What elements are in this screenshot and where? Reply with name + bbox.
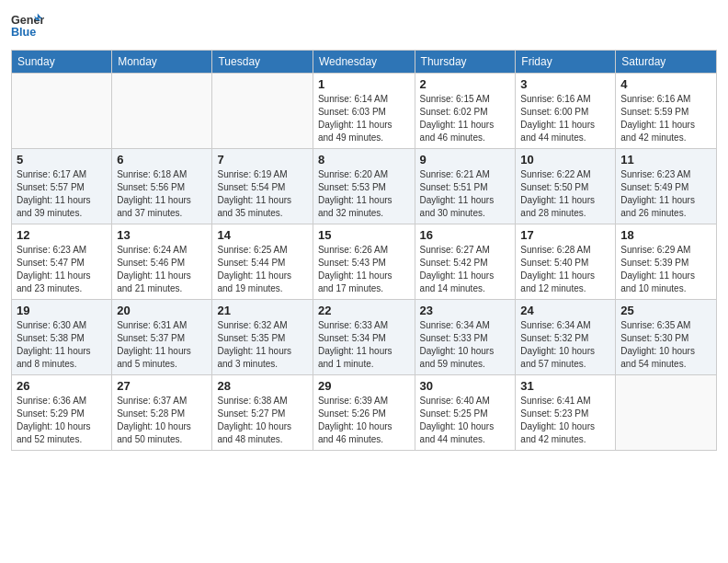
logo-icon: General Blue xyxy=(11,9,44,42)
day-number: 18 xyxy=(620,228,711,242)
calendar-cell: 26Sunrise: 6:36 AMSunset: 5:29 PMDayligh… xyxy=(12,375,112,451)
day-info: Sunrise: 6:31 AMSunset: 5:37 PMDaylight:… xyxy=(117,319,207,371)
day-info: Sunrise: 6:24 AMSunset: 5:46 PMDaylight:… xyxy=(117,244,207,295)
day-number: 21 xyxy=(217,304,307,317)
week-row-2: 5Sunrise: 6:17 AMSunset: 5:57 PMDaylight… xyxy=(12,149,717,224)
calendar-cell xyxy=(616,375,717,451)
calendar-cell: 3Sunrise: 6:16 AMSunset: 6:00 PMDaylight… xyxy=(516,74,616,149)
calendar-cell: 6Sunrise: 6:18 AMSunset: 5:56 PMDaylight… xyxy=(112,149,212,224)
week-row-4: 19Sunrise: 6:30 AMSunset: 5:38 PMDayligh… xyxy=(12,300,717,375)
calendar-cell: 2Sunrise: 6:15 AMSunset: 6:02 PMDaylight… xyxy=(415,74,516,149)
day-number: 15 xyxy=(318,228,410,242)
calendar-cell: 20Sunrise: 6:31 AMSunset: 5:37 PMDayligh… xyxy=(112,300,212,375)
calendar-cell: 23Sunrise: 6:34 AMSunset: 5:33 PMDayligh… xyxy=(415,300,516,375)
calendar-cell: 22Sunrise: 6:33 AMSunset: 5:34 PMDayligh… xyxy=(313,300,415,375)
calendar-cell: 25Sunrise: 6:35 AMSunset: 5:30 PMDayligh… xyxy=(616,300,717,375)
calendar-cell: 28Sunrise: 6:38 AMSunset: 5:27 PMDayligh… xyxy=(212,375,313,451)
day-number: 7 xyxy=(217,153,307,167)
day-number: 14 xyxy=(217,228,307,242)
day-number: 9 xyxy=(420,153,511,167)
day-info: Sunrise: 6:25 AMSunset: 5:44 PMDaylight:… xyxy=(217,244,307,295)
day-info: Sunrise: 6:33 AMSunset: 5:34 PMDaylight:… xyxy=(318,319,410,371)
day-number: 26 xyxy=(17,379,107,393)
calendar-cell: 12Sunrise: 6:23 AMSunset: 5:47 PMDayligh… xyxy=(12,224,112,300)
day-number: 29 xyxy=(318,379,410,393)
day-info: Sunrise: 6:32 AMSunset: 5:35 PMDaylight:… xyxy=(217,319,307,371)
calendar-cell: 9Sunrise: 6:21 AMSunset: 5:51 PMDaylight… xyxy=(415,149,516,224)
day-info: Sunrise: 6:40 AMSunset: 5:25 PMDaylight:… xyxy=(420,395,511,446)
calendar-cell: 8Sunrise: 6:20 AMSunset: 5:53 PMDaylight… xyxy=(313,149,415,224)
day-number: 16 xyxy=(420,228,511,242)
calendar-cell xyxy=(12,74,112,149)
day-number: 13 xyxy=(117,228,207,242)
weekday-header-sunday: Sunday xyxy=(12,51,112,74)
day-info: Sunrise: 6:29 AMSunset: 5:39 PMDaylight:… xyxy=(620,244,711,295)
weekday-header-saturday: Saturday xyxy=(616,51,717,74)
day-number: 3 xyxy=(520,77,610,91)
calendar-cell: 10Sunrise: 6:22 AMSunset: 5:50 PMDayligh… xyxy=(516,149,616,224)
day-number: 20 xyxy=(117,304,207,317)
day-number: 8 xyxy=(318,153,410,167)
calendar-cell: 1Sunrise: 6:14 AMSunset: 6:03 PMDaylight… xyxy=(313,74,415,149)
calendar-cell xyxy=(212,74,313,149)
day-info: Sunrise: 6:34 AMSunset: 5:33 PMDaylight:… xyxy=(420,319,511,371)
day-info: Sunrise: 6:37 AMSunset: 5:28 PMDaylight:… xyxy=(117,395,207,446)
day-number: 12 xyxy=(17,228,107,242)
calendar-table: SundayMondayTuesdayWednesdayThursdayFrid… xyxy=(11,50,717,451)
calendar-cell: 13Sunrise: 6:24 AMSunset: 5:46 PMDayligh… xyxy=(112,224,212,300)
week-row-5: 26Sunrise: 6:36 AMSunset: 5:29 PMDayligh… xyxy=(12,375,717,451)
day-info: Sunrise: 6:22 AMSunset: 5:50 PMDaylight:… xyxy=(520,168,610,220)
day-number: 24 xyxy=(520,304,610,317)
calendar-cell: 15Sunrise: 6:26 AMSunset: 5:43 PMDayligh… xyxy=(313,224,415,300)
day-number: 10 xyxy=(520,153,610,167)
day-info: Sunrise: 6:30 AMSunset: 5:38 PMDaylight:… xyxy=(17,319,107,371)
svg-text:Blue: Blue xyxy=(11,26,36,39)
calendar-cell: 11Sunrise: 6:23 AMSunset: 5:49 PMDayligh… xyxy=(616,149,717,224)
day-info: Sunrise: 6:15 AMSunset: 6:02 PMDaylight:… xyxy=(420,93,511,144)
day-info: Sunrise: 6:36 AMSunset: 5:29 PMDaylight:… xyxy=(17,395,107,446)
weekday-header-row: SundayMondayTuesdayWednesdayThursdayFrid… xyxy=(12,51,717,74)
calendar-cell: 18Sunrise: 6:29 AMSunset: 5:39 PMDayligh… xyxy=(616,224,717,300)
day-number: 1 xyxy=(318,77,410,91)
day-info: Sunrise: 6:16 AMSunset: 5:59 PMDaylight:… xyxy=(620,93,711,144)
day-number: 28 xyxy=(217,379,307,393)
day-number: 17 xyxy=(520,228,610,242)
logo: General Blue xyxy=(11,9,48,42)
week-row-1: 1Sunrise: 6:14 AMSunset: 6:03 PMDaylight… xyxy=(12,74,717,149)
day-number: 22 xyxy=(318,304,410,317)
weekday-header-thursday: Thursday xyxy=(415,51,516,74)
day-info: Sunrise: 6:21 AMSunset: 5:51 PMDaylight:… xyxy=(420,168,511,220)
day-number: 5 xyxy=(17,153,107,167)
calendar-cell: 19Sunrise: 6:30 AMSunset: 5:38 PMDayligh… xyxy=(12,300,112,375)
weekday-header-wednesday: Wednesday xyxy=(313,51,415,74)
calendar-cell: 21Sunrise: 6:32 AMSunset: 5:35 PMDayligh… xyxy=(212,300,313,375)
day-info: Sunrise: 6:20 AMSunset: 5:53 PMDaylight:… xyxy=(318,168,410,220)
day-number: 25 xyxy=(620,304,711,317)
day-info: Sunrise: 6:17 AMSunset: 5:57 PMDaylight:… xyxy=(17,168,107,220)
day-info: Sunrise: 6:27 AMSunset: 5:42 PMDaylight:… xyxy=(420,244,511,295)
day-info: Sunrise: 6:26 AMSunset: 5:43 PMDaylight:… xyxy=(318,244,410,295)
day-info: Sunrise: 6:23 AMSunset: 5:47 PMDaylight:… xyxy=(17,244,107,295)
day-number: 4 xyxy=(620,77,711,91)
day-info: Sunrise: 6:34 AMSunset: 5:32 PMDaylight:… xyxy=(520,319,610,371)
calendar-cell: 5Sunrise: 6:17 AMSunset: 5:57 PMDaylight… xyxy=(12,149,112,224)
day-number: 2 xyxy=(420,77,511,91)
page-header: General Blue xyxy=(11,9,717,42)
day-info: Sunrise: 6:38 AMSunset: 5:27 PMDaylight:… xyxy=(217,395,307,446)
calendar-cell: 7Sunrise: 6:19 AMSunset: 5:54 PMDaylight… xyxy=(212,149,313,224)
day-number: 23 xyxy=(420,304,511,317)
day-number: 11 xyxy=(620,153,711,167)
page-container: General Blue SundayMondayTuesdayWednesda… xyxy=(0,0,728,563)
calendar-cell: 17Sunrise: 6:28 AMSunset: 5:40 PMDayligh… xyxy=(516,224,616,300)
day-number: 30 xyxy=(420,379,511,393)
weekday-header-friday: Friday xyxy=(516,51,616,74)
calendar-cell: 16Sunrise: 6:27 AMSunset: 5:42 PMDayligh… xyxy=(415,224,516,300)
weekday-header-monday: Monday xyxy=(112,51,212,74)
calendar-cell: 27Sunrise: 6:37 AMSunset: 5:28 PMDayligh… xyxy=(112,375,212,451)
calendar-cell xyxy=(112,74,212,149)
calendar-cell: 4Sunrise: 6:16 AMSunset: 5:59 PMDaylight… xyxy=(616,74,717,149)
calendar-cell: 14Sunrise: 6:25 AMSunset: 5:44 PMDayligh… xyxy=(212,224,313,300)
day-info: Sunrise: 6:23 AMSunset: 5:49 PMDaylight:… xyxy=(620,168,711,220)
day-info: Sunrise: 6:18 AMSunset: 5:56 PMDaylight:… xyxy=(117,168,207,220)
day-info: Sunrise: 6:28 AMSunset: 5:40 PMDaylight:… xyxy=(520,244,610,295)
